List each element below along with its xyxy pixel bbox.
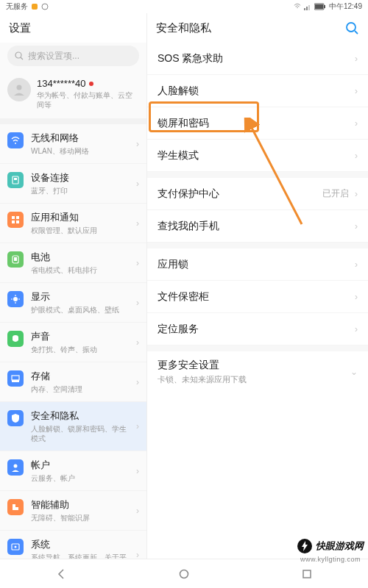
notification-dot [89, 82, 93, 86]
detail-row[interactable]: 查找我的手机 › [147, 210, 368, 243]
bolt-icon [297, 538, 313, 554]
detail-row-label: SOS 紧急求助 [158, 52, 355, 65]
sidebar-item-title: 声音 [31, 330, 129, 343]
sidebar-item[interactable]: 帐户 云服务、帐户 › [0, 451, 146, 491]
detail-row[interactable]: 人脸解锁 › [147, 75, 368, 107]
battery-icon [314, 3, 326, 10]
sidebar-item-sub: 内存、空间清理 [31, 384, 129, 394]
sidebar-item-title: 智能辅助 [31, 498, 129, 512]
svg-line-9 [21, 57, 23, 60]
sidebar-item-sub: 无障碍、智能识屏 [31, 513, 129, 523]
detail-row-label: 锁屏和密码 [158, 117, 355, 130]
account-row[interactable]: 134******40 华为帐号、付款与账单、云空间等 [0, 72, 146, 118]
status-right: 中午12:49 [294, 1, 362, 12]
divider [147, 243, 368, 248]
detail-more-title: 更多安全设置 [158, 359, 247, 372]
wifi-icon [294, 3, 301, 10]
sidebar-item[interactable]: 电池 省电模式、耗电排行 › [0, 243, 146, 283]
svg-line-27 [355, 31, 358, 34]
sidebar-item-sub: 系统导航、系统更新、关于平板、语言和输入法 [31, 553, 129, 559]
detail-more[interactable]: 更多安全设置 卡锁、未知来源应用下载 ⌄ [147, 351, 368, 395]
sidebar-item-title: 存储 [31, 370, 129, 383]
status-service: 无服务 [6, 1, 28, 12]
detail-row-label: 人脸解锁 [158, 85, 355, 98]
detail-more-sub: 卡锁、未知来源应用下载 [158, 374, 247, 385]
detail-panel: 安全和隐私 SOS 紧急求助 › 人脸解锁 › 锁屏和密码 › 学生模式 › 支… [147, 13, 368, 559]
sidebar-item[interactable]: 智能辅助 无障碍、智能识屏 › [0, 491, 146, 531]
sidebar-item-sub: 省电模式、耗电排行 [31, 265, 129, 275]
svg-rect-13 [14, 178, 17, 180]
sidebar-item[interactable]: 设备连接 蓝牙、打印 › [0, 164, 146, 204]
sidebar-item-sub: 护眼模式、桌面风格、壁纸 [31, 305, 129, 315]
detail-row-label: 应用锁 [158, 258, 355, 271]
chevron-right-icon: › [136, 506, 139, 516]
sidebar-item-icon [7, 499, 24, 515]
svg-rect-31 [303, 570, 311, 578]
sidebar-item-sub: 权限管理、默认应用 [31, 226, 129, 235]
divider [147, 172, 368, 178]
sidebar-item-icon [7, 539, 24, 555]
sidebar-item[interactable]: 系统 系统导航、系统更新、关于平板、语言和输入法 › [0, 531, 146, 559]
sidebar-item-icon [7, 459, 24, 476]
sidebar-item-icon [7, 331, 24, 347]
divider [147, 345, 368, 351]
svg-point-25 [15, 546, 17, 548]
detail-row[interactable]: 应用锁 › [147, 248, 368, 281]
detail-row[interactable]: SOS 紧急求助 › [147, 43, 368, 75]
sidebar-item[interactable]: 无线和网络 WLAN、移动网络 › [0, 124, 146, 164]
sidebar-item[interactable]: 安全和隐私 人脸解锁、锁屏和密码、学生模式 › [0, 402, 146, 451]
sidebar-item-sub: 云服务、帐户 [31, 473, 129, 483]
sidebar-item-icon [7, 132, 24, 148]
svg-rect-0 [32, 4, 38, 10]
svg-rect-2 [304, 8, 305, 10]
signal-icon [304, 3, 311, 10]
watermark-url: www.kyllgting.com [300, 556, 361, 563]
status-bar: 无服务 中午12:49 [0, 0, 368, 13]
chevron-right-icon: › [136, 298, 139, 308]
detail-row-label: 查找我的手机 [158, 220, 355, 233]
chevron-right-icon: › [355, 221, 358, 232]
sidebar-item-icon [7, 172, 24, 188]
sidebar-item[interactable]: 显示 护眼模式、桌面风格、壁纸 › [0, 283, 146, 323]
sidebar-item[interactable]: 声音 免打扰、铃声、振动 › [0, 323, 146, 362]
detail-row[interactable]: 学生模式 › [147, 140, 368, 172]
nav-back[interactable] [54, 567, 68, 581]
chevron-right-icon: › [136, 139, 139, 149]
svg-rect-4 [308, 5, 310, 10]
detail-row-label: 文件保密柜 [158, 290, 355, 304]
chevron-right-icon: › [355, 86, 358, 96]
detail-header: 安全和隐私 [147, 13, 368, 43]
nav-recent[interactable] [300, 567, 314, 581]
detail-row[interactable]: 支付保护中心 已开启 › [147, 178, 368, 210]
nav-home[interactable] [177, 567, 191, 581]
sidebar-item[interactable]: 存储 内存、空间清理 › [0, 362, 146, 402]
chevron-right-icon: › [355, 259, 358, 270]
detail-row[interactable]: 锁屏和密码 › [147, 107, 368, 140]
sidebar-item-title: 应用和通知 [31, 211, 129, 224]
status-time: 中午12:49 [329, 1, 362, 12]
chevron-right-icon: › [136, 337, 139, 348]
sidebar-item-sub: 人脸解锁、锁屏和密码、学生模式 [31, 424, 129, 443]
chevron-down-icon: ⌄ [350, 367, 358, 377]
sidebar-item[interactable]: 应用和通知 权限管理、默认应用 › [0, 204, 146, 243]
svg-point-11 [15, 143, 16, 144]
svg-point-8 [15, 52, 21, 58]
chevron-right-icon: › [136, 218, 139, 229]
search-icon[interactable] [344, 21, 359, 35]
svg-point-10 [17, 85, 22, 90]
detail-row[interactable]: 定位服务 › [147, 313, 368, 345]
sidebar-item-icon [7, 410, 24, 426]
search-input[interactable]: 搜索设置项... [7, 46, 139, 66]
detail-row[interactable]: 文件保密柜 › [147, 281, 368, 313]
svg-rect-7 [324, 5, 325, 8]
watermark: 快眼游戏网 [297, 538, 364, 554]
svg-point-23 [14, 465, 18, 468]
chevron-right-icon: › [355, 151, 358, 161]
svg-rect-6 [315, 4, 323, 9]
svg-rect-3 [306, 7, 308, 10]
watermark-text: 快眼游戏网 [316, 539, 364, 553]
svg-rect-19 [14, 257, 17, 261]
detail-row-label: 支付保护中心 [158, 187, 322, 201]
detail-title: 安全和隐私 [156, 21, 211, 35]
chevron-right-icon: › [136, 258, 139, 268]
